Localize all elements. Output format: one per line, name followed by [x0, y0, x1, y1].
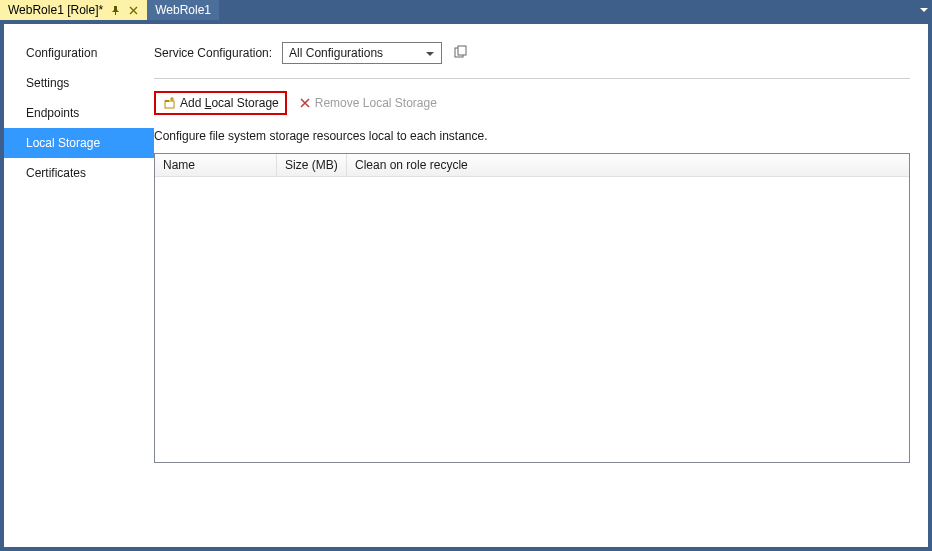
grid-header: Name Size (MB) Clean on role recycle	[155, 154, 909, 177]
separator	[154, 78, 910, 79]
add-icon	[162, 96, 176, 110]
svg-rect-1	[458, 46, 466, 55]
sidebar-item-endpoints[interactable]: Endpoints	[4, 98, 154, 128]
delete-icon	[299, 97, 311, 109]
local-storage-grid[interactable]: Name Size (MB) Clean on role recycle	[154, 153, 910, 463]
close-icon[interactable]	[127, 4, 139, 16]
svg-rect-3	[165, 100, 169, 102]
sidebar-item-label: Certificates	[26, 166, 86, 180]
local-storage-toolbar: Add Local Storage Remove Local Storage	[154, 91, 910, 115]
sidebar-item-local-storage[interactable]: Local Storage	[4, 128, 154, 158]
remove-local-storage-button: Remove Local Storage	[295, 94, 441, 112]
app-window: WebRole1 [Role]* WebRole1 Configuration …	[0, 0, 932, 551]
add-local-storage-label: Add Local Storage	[180, 96, 279, 110]
add-local-storage-button[interactable]: Add Local Storage	[158, 94, 283, 112]
sidebar-item-label: Configuration	[26, 46, 97, 60]
sidebar: Configuration Settings Endpoints Local S…	[4, 38, 154, 529]
tab-label: WebRole1	[155, 3, 211, 17]
tab-webrole1-role[interactable]: WebRole1 [Role]*	[0, 0, 147, 20]
service-configuration-select[interactable]: All Configurations	[282, 42, 442, 64]
sidebar-item-settings[interactable]: Settings	[4, 68, 154, 98]
chevron-down-icon	[423, 47, 437, 61]
tabstrip-spacer	[219, 0, 916, 20]
grid-column-clean[interactable]: Clean on role recycle	[347, 154, 909, 176]
sidebar-item-label: Local Storage	[26, 136, 100, 150]
grid-column-label: Size (MB)	[285, 158, 338, 172]
grid-column-size[interactable]: Size (MB)	[277, 154, 347, 176]
service-configuration-label: Service Configuration:	[154, 46, 272, 60]
sidebar-item-label: Settings	[26, 76, 69, 90]
grid-column-label: Clean on role recycle	[355, 158, 468, 172]
sidebar-item-label: Endpoints	[26, 106, 79, 120]
editor-client-area: Configuration Settings Endpoints Local S…	[0, 20, 932, 551]
main-panel: Service Configuration: All Configuration…	[154, 38, 910, 529]
document-tabstrip: WebRole1 [Role]* WebRole1	[0, 0, 932, 20]
grid-column-name[interactable]: Name	[155, 154, 277, 176]
tab-webrole1[interactable]: WebRole1	[147, 0, 219, 20]
service-configuration-value: All Configurations	[289, 46, 383, 60]
tab-label: WebRole1 [Role]*	[8, 3, 103, 17]
svg-rect-2	[165, 101, 174, 108]
tabstrip-dropdown-icon[interactable]	[916, 0, 932, 20]
add-local-storage-highlight: Add Local Storage	[154, 91, 287, 115]
sidebar-item-configuration[interactable]: Configuration	[4, 38, 154, 68]
remove-local-storage-label: Remove Local Storage	[315, 96, 437, 110]
manage-configurations-icon[interactable]	[452, 44, 470, 62]
service-configuration-row: Service Configuration: All Configuration…	[154, 38, 910, 68]
panel-description: Configure file system storage resources …	[154, 129, 910, 143]
grid-column-label: Name	[163, 158, 195, 172]
pin-icon[interactable]	[109, 4, 121, 16]
sidebar-item-certificates[interactable]: Certificates	[4, 158, 154, 188]
